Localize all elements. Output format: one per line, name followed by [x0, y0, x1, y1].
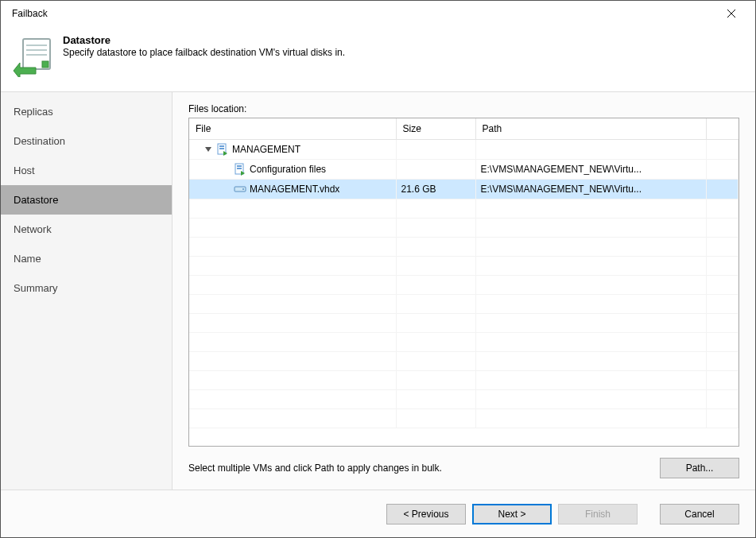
page-title: Datastore	[63, 34, 744, 46]
empty-row	[189, 219, 739, 238]
main-panel: Files location: File Size Path MANAGEMEN…	[173, 92, 755, 490]
sidebar-item-destination[interactable]: Destination	[1, 126, 172, 156]
table-row[interactable]: MANAGEMENT	[189, 140, 739, 160]
finish-button: Finish	[558, 504, 638, 524]
file-path	[475, 140, 707, 160]
empty-row	[189, 295, 739, 314]
file-name: Configuration files	[250, 164, 326, 175]
column-header-spacer	[707, 118, 739, 140]
files-tree-table[interactable]: File Size Path MANAGEMENTConfiguration f…	[188, 118, 739, 447]
empty-row	[189, 352, 739, 371]
sidebar-item-replicas[interactable]: Replicas	[1, 97, 172, 126]
hint-text: Select multiple VMs and click Path to ap…	[188, 463, 650, 474]
wizard-footer: < Previous Next > Finish Cancel	[1, 490, 755, 537]
close-button[interactable]	[715, 2, 747, 25]
file-path: E:\VMS\MANAGEMENT_NEW\Virtu...	[475, 160, 707, 180]
empty-row	[189, 390, 739, 409]
empty-row	[189, 257, 739, 276]
file-name: MANAGEMENT.vhdx	[250, 184, 339, 195]
file-size	[396, 140, 475, 160]
sidebar-item-datastore[interactable]: Datastore	[1, 185, 172, 215]
titlebar: Failback	[1, 1, 755, 26]
svg-rect-9	[219, 148, 224, 149]
cancel-button[interactable]: Cancel	[660, 504, 739, 524]
sidebar-item-name[interactable]: Name	[1, 244, 172, 273]
window-title: Failback	[9, 8, 715, 19]
file-size	[396, 160, 475, 180]
column-header-path[interactable]: Path	[475, 118, 707, 140]
disk-icon	[234, 183, 246, 195]
file-path: E:\VMS\MANAGEMENT_NEW\Virtu...	[475, 180, 707, 199]
page-description: Specify datastore to place failback dest…	[63, 47, 744, 58]
column-header-size[interactable]: Size	[396, 118, 475, 140]
header-content: Datastore Specify datastore to place fai…	[63, 34, 744, 58]
empty-row	[189, 333, 739, 352]
empty-row	[189, 314, 739, 333]
close-icon	[727, 9, 736, 18]
collapse-icon[interactable]	[204, 145, 213, 154]
sidebar-item-summary[interactable]: Summary	[1, 273, 172, 303]
empty-row	[189, 199, 739, 219]
table-row[interactable]: Configuration filesE:\VMS\MANAGEMENT_NEW…	[189, 160, 739, 180]
file-name: MANAGEMENT	[232, 144, 300, 155]
wizard-header: Datastore Specify datastore to place fai…	[1, 26, 755, 91]
config-icon	[234, 163, 246, 176]
wizard-body: Replicas Destination Host Datastore Netw…	[1, 91, 755, 490]
file-size: 21.6 GB	[396, 180, 475, 199]
sidebar-item-network[interactable]: Network	[1, 215, 172, 244]
sidebar-item-host[interactable]: Host	[1, 156, 172, 185]
empty-row	[189, 409, 739, 428]
previous-button[interactable]: < Previous	[386, 504, 466, 524]
empty-row	[189, 238, 739, 257]
svg-rect-12	[237, 168, 242, 169]
svg-rect-6	[42, 61, 48, 68]
column-header-file[interactable]: File	[189, 118, 396, 140]
empty-row	[189, 276, 739, 295]
svg-rect-8	[219, 145, 224, 147]
files-location-label: Files location:	[188, 103, 739, 114]
next-button[interactable]: Next >	[472, 504, 552, 524]
wizard-steps-sidebar: Replicas Destination Host Datastore Netw…	[1, 92, 173, 490]
table-row[interactable]: MANAGEMENT.vhdx21.6 GBE:\VMS\MANAGEMENT_…	[189, 180, 739, 199]
datastore-wizard-icon	[12, 36, 53, 77]
empty-row	[189, 371, 739, 390]
vm-icon	[216, 143, 229, 156]
svg-rect-11	[237, 165, 242, 167]
svg-point-14	[242, 188, 244, 190]
hint-row: Select multiple VMs and click Path to ap…	[188, 458, 739, 478]
path-button[interactable]: Path...	[660, 458, 739, 478]
